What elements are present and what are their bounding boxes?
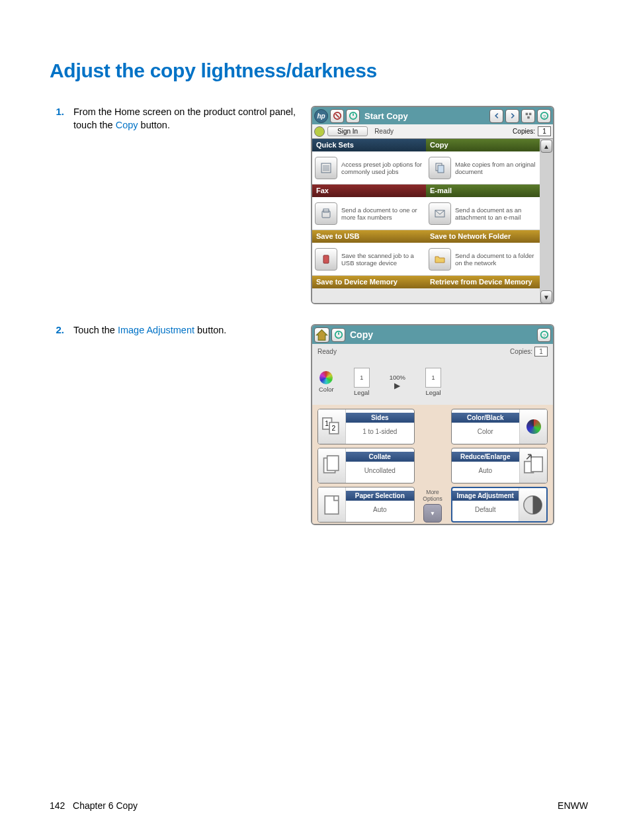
save-network-tile[interactable]: Send a document to a folder on the netwo… [426,243,540,276]
home-button[interactable] [314,327,329,343]
step-1-number: 1. [50,106,73,132]
step-1: 1. From the Home screen on the product c… [50,106,588,304]
folder-icon [429,248,451,271]
save-network-header: Save to Network Folder [426,230,540,243]
reduce-enlarge-button[interactable]: Reduce/Enlarge Auto [451,448,548,483]
status-dot-icon [314,126,325,137]
source-preview: 1 Legal [354,368,370,396]
copies-label-2: Copies: [510,348,532,355]
email-tile[interactable]: Send a document as an attachment to an e… [426,197,540,230]
collate-button[interactable]: Collate Uncollated [317,448,415,483]
hp-logo-icon: hp [314,109,328,123]
reduce-enlarge-icon [519,448,547,483]
svg-rect-29 [325,495,339,513]
more-options-button[interactable]: ▼ [423,504,442,523]
dest-preview: 1 Legal [425,368,441,396]
step-2: 2. Touch the Image Adjustment button. Co… [50,324,588,525]
copies-field[interactable]: 1 [538,126,551,136]
svg-line-1 [335,114,339,117]
page-thumb-icon-2: 1 [425,368,441,388]
email-header: E-mail [426,185,540,197]
sides-icon: 12 [318,409,346,444]
paper-icon [318,487,346,522]
nav-next-button[interactable] [505,109,519,123]
fax-header: Fax [312,185,426,197]
svg-text:1: 1 [325,419,329,427]
sides-button[interactable]: 12 Sides 1 to 1-sided [317,409,415,444]
help-button-2[interactable]: ? [537,328,551,342]
copies-field-2[interactable]: 1 [534,347,548,357]
page-thumb-icon: 1 [354,368,370,388]
quick-sets-icon [315,157,337,179]
save-usb-header: Save to USB [312,230,426,243]
save-usb-tile[interactable]: Save the scanned job to a USB storage de… [312,243,426,276]
arrow-right-icon: ▶ [394,381,400,390]
svg-rect-6 [527,116,530,119]
save-device-header: Save to Device Memory [312,276,426,288]
svg-rect-15 [323,255,329,263]
image-adjustment-icon [519,488,546,521]
step-2-text: Touch the Image Adjustment button. [73,324,226,337]
start-copy-button[interactable] [346,109,360,123]
fax-tile[interactable]: Send a document to one or more fax numbe… [312,197,426,230]
quick-sets-header: Quick Sets [312,139,426,151]
copy-link-text: Copy [116,120,138,130]
color-black-button[interactable]: Color/Black Color [451,409,548,444]
step-2-number: 2. [50,324,73,337]
page-title: Adjust the copy lightness/darkness [50,60,588,82]
svg-text:?: ? [542,333,546,339]
scroll-down-button[interactable]: ▼ [540,290,552,304]
svg-rect-17 [438,165,444,173]
color-black-icon [519,409,547,444]
step-1-text: From the Home screen on the product cont… [73,106,311,132]
svg-text:2: 2 [332,424,336,431]
retrieve-device-header: Retrieve from Device Memory [426,276,540,288]
nav-prev-button[interactable] [489,109,503,123]
fax-icon [315,202,337,225]
status-text: Ready [374,128,394,135]
color-preview: Color [319,371,334,393]
status-ready: Ready [317,348,337,355]
start-button[interactable] [331,328,345,342]
usb-icon [315,248,337,271]
help-button[interactable]: ? [537,109,551,123]
copy-screen-figure: Copy ? Ready Copies: 1 Color 1 Legal [311,324,554,525]
copies-label: Copies: [513,128,535,135]
copy-tile[interactable]: Make copies from an original document [426,151,540,185]
quick-sets-tile[interactable]: Access preset job options for commonly u… [312,151,426,185]
collate-icon [318,448,346,483]
scroll-up-button[interactable]: ▲ [540,140,552,153]
image-adjustment-button[interactable]: Image Adjustment Default [451,487,548,523]
topbar-title: Start Copy [364,111,408,121]
svg-rect-28 [327,456,339,470]
copy-icon [429,157,451,179]
copy-screen-title: Copy [350,329,373,340]
palette-icon [319,371,333,384]
image-adjustment-link-text: Image Adjustment [118,325,194,335]
scale-preview: 100% ▶ [390,374,405,390]
sign-in-button[interactable]: Sign In [327,126,368,136]
copy-header: Copy [426,139,540,151]
network-icon[interactable] [521,109,535,123]
scrollbar[interactable]: ▲ ▼ [540,139,553,304]
stop-button[interactable] [330,109,344,123]
paper-selection-button[interactable]: Paper Selection Auto [317,487,415,523]
email-icon [429,202,451,225]
svg-rect-31 [531,456,542,471]
svg-rect-4 [525,113,528,116]
home-screen-figure: hp Start Copy ? Sign In Ready Copies: 1 [311,106,554,304]
more-options-label: More Options [419,489,447,502]
page-footer: 142 Chapter 6 Copy ENWW [50,800,588,811]
svg-text:?: ? [542,114,546,120]
svg-rect-5 [528,113,531,116]
